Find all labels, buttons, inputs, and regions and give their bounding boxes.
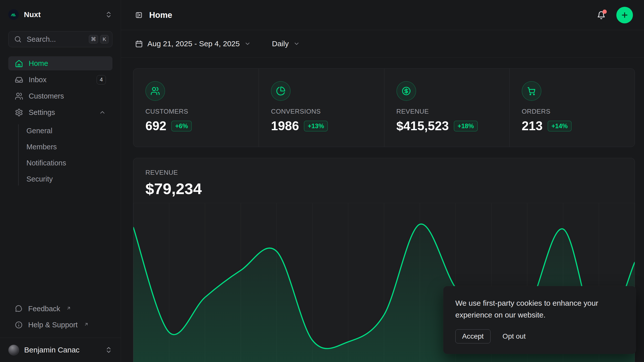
nuxt-logo-icon — [8, 9, 19, 20]
granularity-select[interactable]: Daily — [272, 39, 300, 48]
stat-delta-badge: +18% — [454, 121, 478, 131]
user-name: Benjamin Canac — [24, 346, 100, 354]
kbd-meta: ⌘ — [89, 35, 98, 43]
subnav-rail — [18, 124, 19, 186]
sidebar-spacer — [8, 187, 112, 301]
calendar-icon — [135, 40, 143, 48]
revenue-value: $79,234 — [145, 180, 623, 198]
filters-toolbar: Aug 21, 2025 - Sep 4, 2025 Daily — [121, 30, 644, 58]
revenue-label: REVENUE — [145, 169, 623, 176]
home-icon — [15, 59, 23, 68]
sidebar-item-customers[interactable]: Customers — [8, 89, 112, 103]
subitem-label: Security — [26, 175, 53, 183]
sidebar-item-label: Home — [29, 59, 48, 68]
sidebar-subitem-general[interactable]: General — [8, 123, 112, 139]
stat-value: 1986 — [271, 119, 299, 133]
team-name: Nuxt — [24, 10, 100, 19]
sidebar-collapse-icon[interactable] — [135, 11, 143, 19]
stat-value: 213 — [522, 119, 543, 133]
stat-value: 692 — [145, 119, 166, 133]
stat-label: REVENUE — [396, 108, 499, 115]
add-button[interactable] — [616, 7, 633, 23]
search-icon — [14, 35, 22, 43]
users-icon — [15, 92, 23, 100]
page-title: Home — [149, 10, 597, 20]
sidebar-subitem-members[interactable]: Members — [8, 139, 112, 155]
chevron-down-icon — [293, 40, 300, 47]
sidebar-item-label: Settings — [29, 108, 93, 117]
notifications-bell-button[interactable] — [597, 11, 606, 20]
help-support-link[interactable]: Help & Support — [8, 318, 112, 332]
user-menu[interactable]: Benjamin Canac — [8, 345, 112, 355]
cookie-message: We use first-party cookies to enhance yo… — [455, 297, 619, 321]
stat-label: CONVERSIONS — [271, 108, 374, 115]
cookie-actions: Accept Opt out — [455, 329, 624, 343]
chevron-down-icon — [244, 40, 251, 47]
sidebar-item-label: Customers — [29, 92, 64, 100]
stat-conversions[interactable]: CONVERSIONS 1986 +13% — [259, 69, 384, 147]
sidebar-footer: Feedback Help & Support — [8, 301, 112, 338]
granularity-value: Daily — [272, 39, 289, 48]
subitem-label: General — [26, 127, 52, 135]
sidebar-item-home[interactable]: Home — [8, 56, 112, 70]
sidebar-item-settings[interactable]: Settings — [8, 105, 112, 119]
users-icon — [145, 81, 165, 101]
circle-dollar-icon — [396, 81, 416, 101]
stat-delta-badge: +14% — [548, 121, 572, 131]
stat-orders[interactable]: ORDERS 213 +14% — [509, 69, 635, 147]
footer-item-label: Help & Support — [28, 321, 78, 329]
revenue-card-header: REVENUE $79,234 — [133, 158, 635, 203]
gear-icon — [15, 108, 23, 117]
stat-label: ORDERS — [522, 108, 625, 115]
chevron-up-icon — [99, 109, 106, 116]
cookie-banner: We use first-party cookies to enhance yo… — [443, 286, 636, 354]
inbox-icon — [15, 76, 23, 84]
sidebar-nav: Home Inbox 4 Customers Settings General … — [8, 56, 112, 187]
stat-customers[interactable]: CUSTOMERS 692 +6% — [133, 69, 259, 147]
team-switcher[interactable]: Nuxt — [8, 8, 112, 22]
search-input[interactable]: Search... ⌘ K — [8, 31, 112, 47]
pie-chart-icon — [271, 81, 291, 101]
cookie-optout-button[interactable]: Opt out — [503, 332, 526, 340]
date-range-value: Aug 21, 2025 - Sep 4, 2025 — [147, 39, 240, 48]
footer-item-label: Feedback — [28, 305, 60, 313]
sidebar-subitem-notifications[interactable]: Notifications — [8, 155, 112, 171]
chat-bubble-icon — [15, 305, 23, 313]
notification-dot — [602, 10, 607, 14]
stat-value: $415,523 — [396, 119, 449, 133]
subitem-label: Notifications — [26, 159, 66, 167]
subitem-label: Members — [26, 143, 57, 151]
external-link-icon — [84, 320, 89, 325]
inbox-count-badge: 4 — [97, 75, 106, 84]
cookie-accept-button[interactable]: Accept — [455, 329, 491, 343]
plus-icon — [621, 11, 629, 19]
page-header: Home — [121, 0, 644, 30]
sidebar: Nuxt Search... ⌘ K Home Inbox 4 Cu — [0, 0, 121, 362]
stats-card: CUSTOMERS 692 +6% CONVERSIONS 1986 +13% — [133, 68, 635, 147]
stat-revenue[interactable]: REVENUE $415,523 +18% — [384, 69, 509, 147]
settings-subnav: General Members Notifications Security — [8, 123, 112, 187]
avatar — [8, 345, 19, 355]
stat-delta-badge: +13% — [304, 121, 328, 131]
date-range-picker[interactable]: Aug 21, 2025 - Sep 4, 2025 — [135, 39, 251, 48]
chevrons-up-down-icon — [105, 346, 112, 354]
search-placeholder: Search... — [27, 35, 84, 43]
stat-label: CUSTOMERS — [145, 108, 249, 115]
shopping-cart-icon — [522, 81, 541, 101]
external-link-icon — [66, 304, 71, 309]
search-kbd-hints: ⌘ K — [89, 35, 109, 43]
app-root: Nuxt Search... ⌘ K Home Inbox 4 Cu — [0, 0, 644, 362]
info-circle-icon — [15, 321, 23, 329]
sidebar-item-label: Inbox — [29, 76, 91, 84]
sidebar-item-inbox[interactable]: Inbox 4 — [8, 73, 112, 87]
feedback-link[interactable]: Feedback — [8, 301, 112, 316]
chevrons-up-down-icon — [105, 11, 112, 18]
stat-delta-badge: +6% — [171, 121, 192, 131]
kbd-k: K — [100, 35, 109, 43]
sidebar-subitem-security[interactable]: Security — [8, 171, 112, 187]
user-section: Benjamin Canac — [0, 338, 121, 362]
